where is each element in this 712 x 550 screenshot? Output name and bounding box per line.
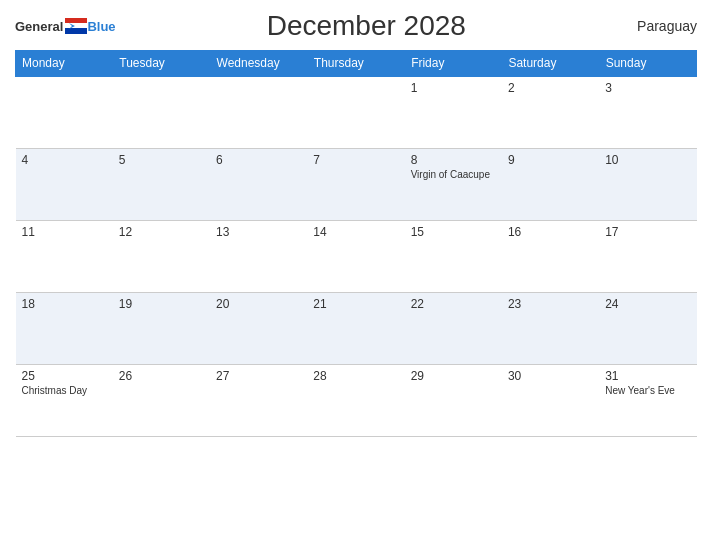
day-number: 4 <box>22 153 107 167</box>
day-number: 12 <box>119 225 204 239</box>
day-cell: 23 <box>502 292 599 364</box>
logo-blue-text: Blue <box>87 19 115 34</box>
day-cell: 15 <box>405 220 502 292</box>
day-cell: 12 <box>113 220 210 292</box>
day-cell: 16 <box>502 220 599 292</box>
day-cell: 13 <box>210 220 307 292</box>
day-cell <box>16 76 113 148</box>
day-number: 18 <box>22 297 107 311</box>
day-number: 27 <box>216 369 301 383</box>
day-number: 1 <box>411 81 496 95</box>
event-text: New Year's Eve <box>605 385 690 396</box>
weekday-header-row: Monday Tuesday Wednesday Thursday Friday… <box>16 51 697 77</box>
day-number: 15 <box>411 225 496 239</box>
day-number: 14 <box>313 225 398 239</box>
day-number: 2 <box>508 81 593 95</box>
day-cell: 27 <box>210 364 307 436</box>
day-cell <box>210 76 307 148</box>
day-cell: 11 <box>16 220 113 292</box>
day-cell: 3 <box>599 76 696 148</box>
header-sunday: Sunday <box>599 51 696 77</box>
day-number: 21 <box>313 297 398 311</box>
logo-flag-icon <box>65 18 87 34</box>
logo-general-text: General <box>15 19 63 34</box>
day-number: 3 <box>605 81 690 95</box>
day-number: 20 <box>216 297 301 311</box>
day-cell <box>307 76 404 148</box>
day-cell: 30 <box>502 364 599 436</box>
day-number: 24 <box>605 297 690 311</box>
day-cell: 4 <box>16 148 113 220</box>
event-text: Virgin of Caacupe <box>411 169 496 180</box>
day-cell: 22 <box>405 292 502 364</box>
day-number: 22 <box>411 297 496 311</box>
day-cell: 29 <box>405 364 502 436</box>
day-number: 31 <box>605 369 690 383</box>
day-cell: 31New Year's Eve <box>599 364 696 436</box>
day-number: 17 <box>605 225 690 239</box>
week-row-1: 123 <box>16 76 697 148</box>
day-cell: 10 <box>599 148 696 220</box>
header-wednesday: Wednesday <box>210 51 307 77</box>
day-cell: 28 <box>307 364 404 436</box>
day-number: 5 <box>119 153 204 167</box>
day-cell: 2 <box>502 76 599 148</box>
day-number: 26 <box>119 369 204 383</box>
header-tuesday: Tuesday <box>113 51 210 77</box>
day-cell: 14 <box>307 220 404 292</box>
day-number: 13 <box>216 225 301 239</box>
week-row-3: 11121314151617 <box>16 220 697 292</box>
day-number: 29 <box>411 369 496 383</box>
day-number: 10 <box>605 153 690 167</box>
week-row-4: 18192021222324 <box>16 292 697 364</box>
day-cell: 26 <box>113 364 210 436</box>
day-number: 7 <box>313 153 398 167</box>
day-cell: 24 <box>599 292 696 364</box>
day-cell: 8Virgin of Caacupe <box>405 148 502 220</box>
day-cell: 25Christmas Day <box>16 364 113 436</box>
day-number: 16 <box>508 225 593 239</box>
day-cell: 6 <box>210 148 307 220</box>
calendar-container: General Blue December 2028 Paraguay Mond… <box>0 0 712 550</box>
week-row-5: 25Christmas Day262728293031New Year's Ev… <box>16 364 697 436</box>
day-cell: 9 <box>502 148 599 220</box>
logo: General Blue <box>15 18 116 34</box>
day-number: 9 <box>508 153 593 167</box>
day-number: 23 <box>508 297 593 311</box>
day-number: 8 <box>411 153 496 167</box>
country-label: Paraguay <box>617 18 697 34</box>
header-saturday: Saturday <box>502 51 599 77</box>
calendar-title: December 2028 <box>116 10 617 42</box>
day-number: 25 <box>22 369 107 383</box>
day-number: 6 <box>216 153 301 167</box>
header-friday: Friday <box>405 51 502 77</box>
event-text: Christmas Day <box>22 385 107 396</box>
calendar-header: General Blue December 2028 Paraguay <box>15 10 697 42</box>
day-cell: 18 <box>16 292 113 364</box>
day-number: 19 <box>119 297 204 311</box>
calendar-grid: Monday Tuesday Wednesday Thursday Friday… <box>15 50 697 437</box>
day-cell: 17 <box>599 220 696 292</box>
day-number: 30 <box>508 369 593 383</box>
day-cell <box>113 76 210 148</box>
day-cell: 20 <box>210 292 307 364</box>
svg-rect-2 <box>65 28 87 34</box>
day-cell: 5 <box>113 148 210 220</box>
day-cell: 19 <box>113 292 210 364</box>
day-cell: 7 <box>307 148 404 220</box>
header-monday: Monday <box>16 51 113 77</box>
day-cell: 21 <box>307 292 404 364</box>
week-row-2: 45678Virgin of Caacupe910 <box>16 148 697 220</box>
day-number: 11 <box>22 225 107 239</box>
day-number: 28 <box>313 369 398 383</box>
day-cell: 1 <box>405 76 502 148</box>
header-thursday: Thursday <box>307 51 404 77</box>
